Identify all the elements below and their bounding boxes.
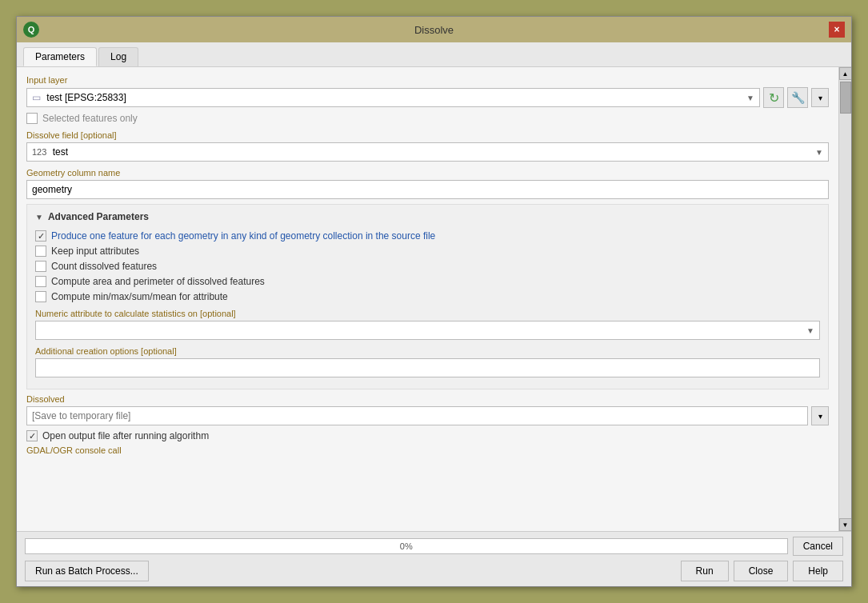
option3-checkbox[interactable] (35, 261, 46, 272)
advanced-header[interactable]: ▼ Advanced Parameters (35, 211, 820, 222)
main-content: Input layer ▭ test [EPSG:25833] ▼ ↻ 🔧 ▾ (17, 67, 851, 531)
input-layer-label: Input layer (26, 75, 829, 85)
selected-features-checkbox[interactable] (26, 113, 38, 124)
dissolve-field-dropdown[interactable]: 123 test ▼ (26, 142, 829, 162)
numeric-attr-row: ▼ (35, 321, 820, 340)
advanced-title: Advanced Parameters (48, 211, 149, 222)
cancel-button[interactable]: Cancel (793, 537, 843, 556)
option4-label: Compute area and perimeter of dissolved … (51, 276, 265, 287)
numeric-attr-dropdown[interactable]: ▼ (35, 321, 820, 340)
dissolved-row: ▾ (26, 406, 829, 425)
batch-process-button[interactable]: Run as Batch Process... (25, 561, 149, 581)
option2-checkbox[interactable] (35, 246, 46, 257)
advanced-section: ▼ Advanced Parameters ✓ Produce one feat… (26, 204, 829, 389)
additional-opts-input[interactable] (35, 358, 820, 377)
selected-features-row: Selected features only (26, 113, 829, 124)
tab-bar: Parameters Log (17, 42, 851, 67)
additional-opts-row (35, 358, 820, 377)
buttons-row: Run as Batch Process... Run Close Help (25, 561, 843, 581)
option5-checkbox[interactable] (35, 291, 46, 302)
window-title: Dissolve (414, 24, 454, 36)
scrollbar: ▲ ▼ (838, 67, 851, 531)
input-layer-arrow: ▼ (746, 94, 754, 102)
option5-label: Compute min/max/sum/mean for attribute (51, 291, 228, 302)
geometry-column-row: geometry (26, 180, 829, 199)
settings-button[interactable]: 🔧 (787, 87, 808, 108)
field-type-icon: 123 (32, 147, 46, 157)
option4-row: Compute area and perimeter of dissolved … (35, 276, 820, 287)
scroll-down-arrow[interactable]: ▼ (839, 518, 852, 531)
option3-row: Count dissolved features (35, 261, 820, 272)
dissolved-extra-button[interactable]: ▾ (811, 406, 829, 425)
scroll-area: Input layer ▭ test [EPSG:25833] ▼ ↻ 🔧 ▾ (17, 67, 838, 531)
refresh-button[interactable]: ↻ (763, 87, 784, 108)
help-button[interactable]: Help (793, 561, 843, 581)
dissolve-field-label: Dissolve field [optional] (26, 130, 829, 140)
bottom-bar: 0% Cancel Run as Batch Process... Run Cl… (17, 531, 851, 586)
geometry-column-input[interactable]: geometry (26, 180, 829, 199)
geometry-column-label: Geometry column name (26, 168, 829, 178)
input-layer-value: test [EPSG:25833] (46, 92, 126, 103)
run-button[interactable]: Run (681, 561, 729, 581)
option2-label: Keep input attributes (51, 246, 139, 257)
numeric-attr-label: Numeric attribute to calculate statistic… (35, 309, 820, 318)
option2-row: Keep input attributes (35, 246, 820, 257)
dissolve-field-row: 123 test ▼ (26, 142, 829, 162)
main-window: Q Dissolve × Parameters Log Input layer … (16, 16, 852, 587)
open-output-row: ✓ Open output file after running algorit… (26, 430, 829, 441)
numeric-attr-arrow: ▼ (806, 326, 814, 335)
selected-features-label: Selected features only (42, 113, 138, 124)
input-layer-dropdown[interactable]: ▭ test [EPSG:25833] ▼ (26, 88, 760, 107)
gdal-label: GDAL/OGR console call (26, 445, 829, 455)
tab-log[interactable]: Log (98, 47, 138, 66)
open-output-checkmark: ✓ (29, 431, 36, 441)
qgis-logo: Q (23, 22, 39, 38)
option3-label: Count dissolved features (51, 261, 157, 272)
option4-checkbox[interactable] (35, 276, 46, 287)
open-output-label: Open output file after running algorithm (42, 430, 209, 441)
option1-label: Produce one feature for each geometry in… (51, 230, 435, 242)
option1-checkbox[interactable]: ✓ (35, 230, 46, 242)
action-buttons: Run Close Help (681, 561, 843, 581)
close-button[interactable]: Close (734, 561, 789, 581)
dissolve-field-arrow: ▼ (815, 148, 823, 157)
progress-row: 0% Cancel (25, 537, 843, 556)
title-bar: Q Dissolve × (17, 17, 851, 42)
dissolved-input[interactable] (26, 406, 808, 425)
dissolved-label: Dissolved (26, 394, 829, 404)
scroll-up-arrow[interactable]: ▲ (839, 67, 852, 80)
checkmark-icon: ✓ (38, 231, 45, 242)
option1-row: ✓ Produce one feature for each geometry … (35, 230, 820, 242)
option5-row: Compute min/max/sum/mean for attribute (35, 291, 820, 302)
layer-extra-button[interactable]: ▾ (811, 88, 829, 107)
input-layer-row: ▭ test [EPSG:25833] ▼ ↻ 🔧 ▾ (26, 87, 829, 108)
layer-icon: ▭ (32, 92, 41, 103)
progress-bar-container: 0% (25, 538, 788, 554)
dissolve-field-value: test (53, 146, 68, 158)
collapse-icon: ▼ (35, 213, 43, 222)
open-output-checkbox[interactable]: ✓ (26, 430, 38, 441)
content-area: Parameters Log Input layer ▭ test [EPSG:… (17, 42, 851, 586)
tab-parameters[interactable]: Parameters (23, 47, 97, 66)
additional-opts-label: Additional creation options [optional] (35, 346, 820, 356)
close-window-button[interactable]: × (829, 22, 845, 38)
scroll-thumb[interactable] (840, 82, 851, 114)
progress-text: 0% (400, 541, 413, 551)
title-bar-left: Q (23, 22, 39, 38)
